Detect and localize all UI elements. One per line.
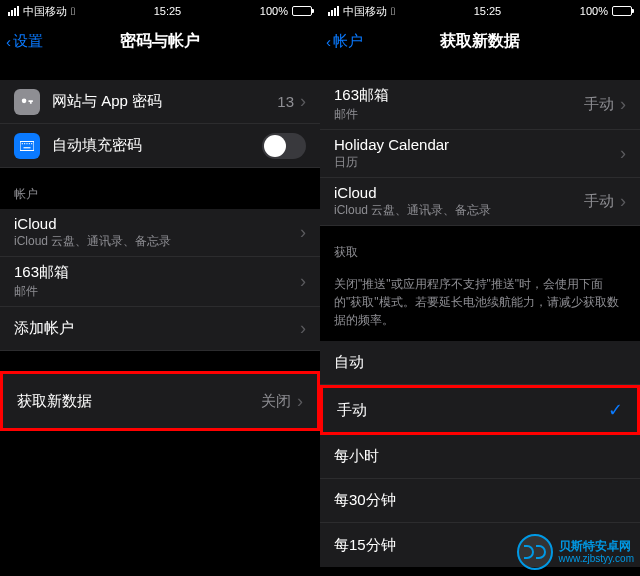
row-label: 手动 [337, 401, 367, 420]
battery-icon [292, 6, 312, 16]
chevron-right-icon: › [620, 191, 626, 212]
chevron-right-icon: › [620, 94, 626, 115]
row-label: iCloud [14, 215, 300, 232]
highlight-option-manual: 手动 ✓ [320, 385, 640, 435]
row-label: iCloud [334, 184, 584, 201]
autofill-toggle[interactable] [262, 133, 306, 159]
watermark: 贝斯特安卓网 www.zjbstyy.com [517, 534, 634, 570]
wifi-icon: 􀙇 [71, 5, 75, 17]
row-label: 获取新数据 [17, 392, 261, 411]
row-label: 每15分钟 [334, 536, 396, 555]
status-time: 15:25 [154, 5, 182, 17]
carrier-label: 中国移动 [23, 4, 67, 19]
chevron-right-icon: › [300, 222, 306, 243]
row-label: 每30分钟 [334, 491, 396, 510]
svg-rect-4 [29, 143, 30, 144]
back-button[interactable]: ‹ 帐户 [320, 32, 363, 51]
row-value: 手动 [584, 95, 614, 114]
keyboard-icon [14, 133, 40, 159]
back-label: 帐户 [333, 32, 363, 51]
row-account-icloud[interactable]: iCloud iCloud 云盘、通讯录、备忘录 › [0, 209, 320, 257]
row-value: 13 [277, 93, 294, 110]
row-option-auto[interactable]: 自动 [320, 341, 640, 385]
row-label: 自动填充密码 [52, 136, 262, 155]
key-icon [14, 89, 40, 115]
highlight-fetch-new-data: 获取新数据 关闭 › [0, 371, 320, 431]
row-account-163[interactable]: 163邮箱 邮件 手动 › [320, 80, 640, 130]
chevron-right-icon: › [300, 91, 306, 112]
status-bar: 中国移动 􀙇 15:25 100% [320, 0, 640, 22]
page-title: 获取新数据 [320, 31, 640, 52]
row-label: 163邮箱 [14, 263, 300, 282]
svg-rect-0 [20, 141, 34, 150]
chevron-left-icon: ‹ [6, 33, 11, 50]
row-label: 每小时 [334, 447, 379, 466]
row-option-manual[interactable]: 手动 ✓ [323, 388, 637, 432]
row-label: Holiday Calendar [334, 136, 620, 153]
nav-bar: ‹ 帐户 获取新数据 [320, 22, 640, 60]
page-title: 密码与帐户 [0, 31, 320, 52]
svg-rect-2 [24, 143, 25, 144]
row-account-163[interactable]: 163邮箱 邮件 › [0, 257, 320, 307]
chevron-left-icon: ‹ [326, 33, 331, 50]
back-button[interactable]: ‹ 设置 [0, 32, 43, 51]
nav-bar: ‹ 设置 密码与帐户 [0, 22, 320, 60]
watermark-name: 贝斯特安卓网 [559, 539, 634, 553]
svg-rect-6 [24, 147, 31, 148]
row-add-account[interactable]: 添加帐户 › [0, 307, 320, 351]
row-sublabel: 邮件 [334, 106, 584, 123]
row-label: 163邮箱 [334, 86, 584, 105]
row-label: 自动 [334, 353, 364, 372]
wifi-icon: 􀙇 [391, 5, 395, 17]
row-sublabel: iCloud 云盘、通讯录、备忘录 [334, 202, 584, 219]
screen-passwords-accounts: 中国移动 􀙇 15:25 100% ‹ 设置 密码与帐户 网站与 App 密码 … [0, 0, 320, 576]
row-fetch-new-data[interactable]: 获取新数据 关闭 › [3, 374, 317, 428]
status-time: 15:25 [474, 5, 502, 17]
back-label: 设置 [13, 32, 43, 51]
row-value: 手动 [584, 192, 614, 211]
group-header-fetch: 获取 [320, 226, 640, 267]
row-label: 添加帐户 [14, 319, 300, 338]
chevron-right-icon: › [300, 271, 306, 292]
row-autofill-passwords[interactable]: 自动填充密码 [0, 124, 320, 168]
carrier-label: 中国移动 [343, 4, 387, 19]
row-sublabel: 邮件 [14, 283, 300, 300]
status-bar: 中国移动 􀙇 15:25 100% [0, 0, 320, 22]
battery-percent: 100% [580, 5, 608, 17]
svg-rect-5 [31, 143, 32, 144]
svg-rect-1 [22, 143, 23, 144]
row-value: 关闭 [261, 392, 291, 411]
svg-rect-3 [26, 143, 27, 144]
group-footer-fetch: 关闭"推送"或应用程序不支持"推送"时，会使用下面的"获取"模式。若要延长电池续… [320, 267, 640, 341]
battery-icon [612, 6, 632, 16]
chevron-right-icon: › [297, 391, 303, 412]
battery-percent: 100% [260, 5, 288, 17]
row-account-icloud[interactable]: iCloud iCloud 云盘、通讯录、备忘录 手动 › [320, 178, 640, 226]
screen-fetch-new-data: 中国移动 􀙇 15:25 100% ‹ 帐户 获取新数据 163邮箱 邮件 手动… [320, 0, 640, 576]
row-sublabel: iCloud 云盘、通讯录、备忘录 [14, 233, 300, 250]
row-label: 网站与 App 密码 [52, 92, 277, 111]
row-sublabel: 日历 [334, 154, 620, 171]
signal-icon [328, 6, 339, 16]
row-account-holiday-calendar[interactable]: Holiday Calendar 日历 › [320, 130, 640, 178]
row-option-hourly[interactable]: 每小时 [320, 435, 640, 479]
checkmark-icon: ✓ [608, 399, 623, 421]
row-website-app-passwords[interactable]: 网站与 App 密码 13 › [0, 80, 320, 124]
row-option-30min[interactable]: 每30分钟 [320, 479, 640, 523]
watermark-logo-icon [517, 534, 553, 570]
chevron-right-icon: › [620, 143, 626, 164]
signal-icon [8, 6, 19, 16]
chevron-right-icon: › [300, 318, 306, 339]
watermark-url: www.zjbstyy.com [559, 553, 634, 565]
group-header-accounts: 帐户 [0, 168, 320, 209]
